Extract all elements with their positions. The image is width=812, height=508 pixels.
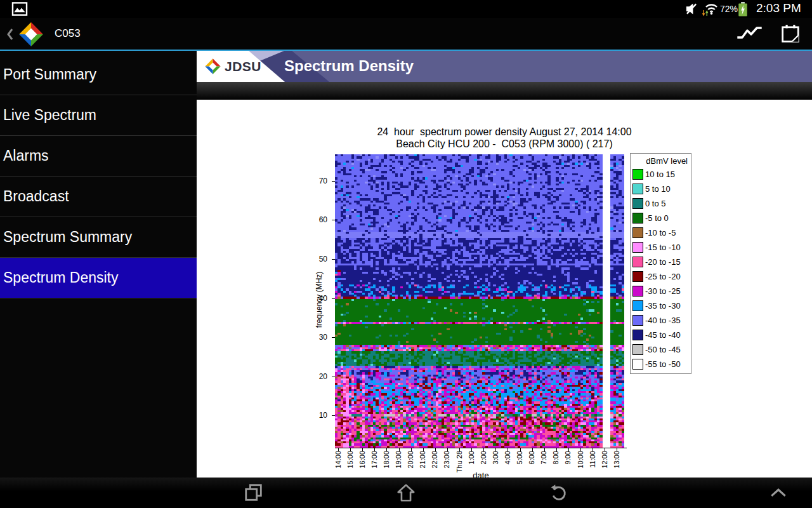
legend-entry: -55 to -50	[631, 357, 691, 371]
legend-entry-label: -25 to -20	[645, 272, 681, 281]
x-tick-label: 22:00	[431, 451, 439, 476]
y-tick-label: 30	[310, 333, 327, 342]
y-tick-mark	[332, 220, 335, 220]
sidebar-item-live-spectrum[interactable]: Live Spectrum	[0, 95, 197, 136]
x-axis-line	[335, 448, 627, 448]
legend-entry-label: 10 to 15	[645, 170, 675, 179]
sidebar-item-spectrum-summary[interactable]: Spectrum Summary	[0, 217, 197, 258]
sidebar-item-spectrum-density[interactable]: Spectrum Density	[0, 258, 197, 298]
legend-swatch	[632, 169, 643, 180]
legend-swatch	[632, 300, 643, 311]
x-tick-label: 14:00	[334, 451, 343, 476]
legend-entry: 10 to 15	[631, 167, 691, 182]
legend-swatch	[632, 198, 643, 209]
y-tick-mark	[332, 298, 335, 299]
x-tick-label: 13:00	[613, 451, 621, 476]
legend-swatch	[632, 359, 643, 370]
legend-entry-label: -20 to -15	[645, 257, 681, 267]
recents-icon[interactable]	[244, 483, 264, 503]
y-tick-label: 50	[310, 255, 327, 264]
legend-entry-label: 5 to 10	[645, 184, 671, 194]
x-tick-label: 16:00	[358, 451, 367, 476]
legend-entry: -35 to -30	[631, 298, 691, 313]
y-tick-label: 40	[310, 294, 327, 303]
legend-entry: -15 to -10	[631, 240, 691, 255]
legend-entry: -40 to -35	[631, 313, 691, 328]
legend: dBmV level 10 to 155 to 100 to 5-5 to 0-…	[630, 153, 691, 374]
x-tick-label: 10:00	[577, 451, 585, 476]
chart-area: 24 hour spectrum power density August 27…	[197, 100, 812, 478]
y-tick-label: 60	[310, 215, 327, 224]
legend-entry-label: -35 to -30	[645, 301, 681, 311]
jdsu-logo-icon[interactable]	[18, 21, 44, 48]
spectrum-density-heatmap	[335, 154, 624, 448]
legend-swatch	[632, 242, 643, 253]
x-tick-label: 1:00	[468, 451, 476, 476]
x-tick-label: 17:00	[370, 451, 379, 476]
x-tick-label: 23:00	[443, 451, 451, 476]
y-tick-label: 20	[310, 372, 327, 381]
x-tick-label: 11:00	[589, 451, 597, 476]
sidebar-item-broadcast[interactable]: Broadcast	[0, 177, 197, 217]
legend-swatch	[632, 286, 643, 297]
sidebar-item-alarms[interactable]: Alarms	[0, 136, 197, 177]
app-bar-title: C053	[55, 27, 81, 40]
wifi-icon	[702, 1, 719, 17]
x-tick-label: 2:00	[480, 451, 488, 476]
x-tick-label: 18:00	[383, 451, 391, 476]
legend-entry: -50 to -45	[631, 342, 691, 357]
legend-entry-label: -55 to -50	[645, 359, 681, 369]
legend-swatch	[632, 271, 643, 282]
y-tick-label: 70	[310, 177, 327, 185]
back-icon[interactable]	[548, 483, 568, 503]
y-tick-mark	[332, 415, 335, 416]
collapse-icon[interactable]	[770, 488, 787, 497]
x-tick-label: 4:00	[504, 451, 512, 476]
spectrum-chart-icon[interactable]	[736, 25, 764, 42]
y-tick-mark	[332, 181, 335, 182]
battery-charging-icon	[738, 2, 747, 17]
jdsu-brand: JDSU	[204, 58, 261, 75]
x-tick-label: 7:00	[540, 451, 548, 476]
x-tick-label: 12:00	[601, 451, 609, 476]
legend-swatch	[632, 213, 643, 224]
legend-entry: -20 to -15	[631, 255, 691, 269]
legend-entries: 10 to 155 to 100 to 5-5 to 0-10 to -5-15…	[631, 167, 691, 371]
battery-percent: 72%	[720, 4, 738, 14]
x-tick-label: 20:00	[407, 451, 415, 476]
mute-icon	[685, 3, 698, 15]
home-icon[interactable]	[396, 483, 416, 503]
chart-subtitle: Beach City HCU 200 - C053 (RPM 3000) ( 2…	[197, 138, 812, 150]
legend-swatch	[632, 227, 643, 238]
brand-text: JDSU	[225, 59, 261, 74]
legend-entry-label: -5 to 0	[645, 213, 669, 223]
legend-entry: -30 to -25	[631, 284, 691, 298]
legend-entry: -45 to -40	[631, 328, 691, 342]
x-tick-label: 19:00	[395, 451, 403, 476]
legend-swatch	[632, 330, 643, 340]
x-tick-label: 3:00	[492, 451, 500, 476]
calendar-icon[interactable]	[782, 24, 799, 43]
legend-entry-label: 0 to 5	[645, 199, 666, 208]
chart-title: 24 hour spectrum power density August 27…	[197, 126, 812, 138]
legend-title: dBmV level	[631, 154, 691, 167]
x-tick-label: 21:00	[419, 451, 427, 476]
page-title: Spectrum Density	[284, 57, 414, 75]
y-tick-label: 10	[310, 411, 327, 420]
status-bar: 72% 2:03 PM	[0, 0, 812, 18]
back-chevron-icon[interactable]	[6, 28, 14, 41]
legend-swatch	[632, 257, 643, 267]
x-tick-label: 9:00	[564, 451, 572, 476]
jdsu-logo-icon	[204, 58, 221, 75]
screenshot-notification-icon	[11, 2, 28, 17]
legend-swatch	[632, 315, 643, 326]
sidebar-menu: Port SummaryLive SpectrumAlarmsBroadcast…	[0, 51, 197, 478]
clock: 2:03 PM	[756, 1, 801, 15]
sidebar-item-port-summary[interactable]: Port Summary	[0, 55, 197, 95]
app-bar: C053	[0, 18, 812, 51]
x-tick-label: 5:00	[516, 451, 524, 476]
x-tick-label: 8:00	[552, 451, 560, 476]
legend-entry-label: -40 to -35	[645, 316, 681, 325]
y-tick-mark	[332, 259, 335, 260]
x-tick-label: 6:00	[528, 451, 536, 476]
